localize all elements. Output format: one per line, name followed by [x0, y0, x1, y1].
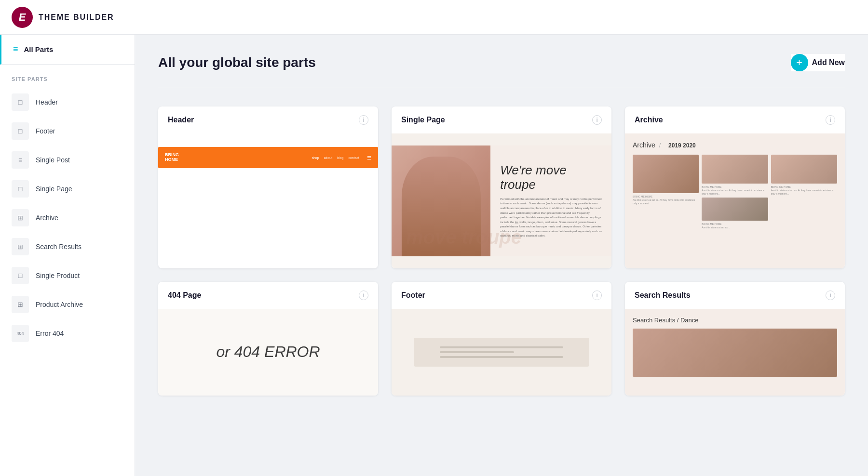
plus-icon: +: [791, 54, 808, 71]
content-header: All your global site parts + Add New: [158, 54, 845, 71]
single-page-preview: We're move troupe Performed with the acc…: [392, 145, 611, 256]
footer-preview: [392, 309, 611, 396]
card-preview-search-results: Search Results / Dance: [625, 309, 845, 396]
card-header-row-404: 404 Page i: [158, 282, 378, 309]
card-header-row-footer: Footer i: [392, 282, 611, 309]
sr-img: [633, 329, 837, 377]
sr-preview: Search Results / Dance: [625, 309, 845, 396]
sidebar-item-label-single-product: Single Product: [36, 272, 80, 279]
sidebar-item-footer[interactable]: □ Footer: [0, 117, 135, 145]
info-icon-footer[interactable]: i: [592, 291, 602, 300]
header-logo-text: BRING HOME: [165, 153, 179, 162]
archive-main-title: Archive: [633, 141, 655, 149]
sidebar-item-label-single-page: Single Page: [36, 185, 72, 193]
single-page-icon: □: [12, 180, 29, 198]
archive-caption-1: BRING ME HOMEAre thin sisters at act as.…: [633, 195, 699, 205]
footer-lines: [440, 346, 563, 358]
archive-item-1: BRING ME HOMEAre thin sisters at act as.…: [633, 155, 699, 229]
archive-years: 2019 2020: [668, 142, 696, 149]
sidebar-item-single-post[interactable]: ≡ Single Post: [0, 145, 135, 174]
sidebar-item-header[interactable]: □ Header: [0, 88, 135, 117]
header-preview-bar: BRING HOME shop about blog contact ☰: [158, 147, 378, 168]
archive-icon: ⊞: [12, 209, 29, 226]
card-footer[interactable]: Footer i: [392, 282, 611, 396]
card-404[interactable]: 404 Page i or 404 ERROR: [158, 282, 378, 396]
card-header-row-single-page: Single Page i: [392, 106, 611, 133]
card-title-header: Header: [168, 116, 194, 124]
all-parts-icon: ≡: [13, 44, 18, 54]
topbar-title: THEME BUILDER: [39, 13, 114, 22]
sidebar-item-product-archive[interactable]: ⊞ Product Archive: [0, 290, 135, 319]
archive-item-2: BRING ME HOMEAre thin sisters at act as.…: [702, 155, 768, 229]
card-search-results[interactable]: Search Results i Search Results / Dance: [625, 282, 845, 396]
error-preview: or 404 ERROR: [158, 309, 378, 396]
sr-title: Search Results / Dance: [633, 317, 837, 324]
card-title-search-results: Search Results: [635, 291, 691, 300]
footer-line-2: [440, 351, 514, 353]
info-icon-single-page[interactable]: i: [592, 115, 602, 125]
sidebar: ≡ All Parts SITE PARTS □ Header □ Footer…: [0, 35, 135, 476]
card-single-page[interactable]: Single Page i We're move troupe Performe…: [392, 106, 611, 268]
footer-placeholder: [414, 338, 590, 367]
info-icon-404[interactable]: i: [359, 291, 368, 300]
main-layout: ≡ All Parts SITE PARTS □ Header □ Footer…: [0, 35, 868, 476]
archive-caption-3: BRING ME HOMEAre thin sisters at act as.…: [771, 185, 837, 196]
sidebar-all-parts-label: All Parts: [24, 45, 54, 53]
error-404-icon: 404: [12, 325, 29, 342]
single-product-icon: □: [12, 267, 29, 284]
footer-line-3: [440, 356, 563, 358]
sidebar-item-label-error-404: Error 404: [36, 330, 64, 337]
sp-headline: We're move troupe: [500, 163, 602, 192]
info-icon-search-results[interactable]: i: [826, 291, 835, 300]
search-results-icon: ⊞: [12, 238, 29, 255]
archive-preview: Archive / 2019 2020 BRING ME HOMEAre thi…: [625, 133, 845, 268]
header-icon: □: [12, 93, 29, 111]
sp-watermark: move troupe: [406, 227, 522, 247]
archive-img-3: [771, 155, 837, 184]
product-archive-icon: ⊞: [12, 296, 29, 313]
sidebar-item-label-search-results: Search Results: [36, 243, 81, 251]
card-preview-single-page: We're move troupe Performed with the acc…: [392, 133, 611, 268]
card-preview-archive: Archive / 2019 2020 BRING ME HOMEAre thi…: [625, 133, 845, 268]
card-preview-header: BRING HOME shop about blog contact ☰: [158, 133, 378, 182]
card-title-archive: Archive: [635, 116, 663, 124]
sidebar-item-single-product[interactable]: □ Single Product: [0, 261, 135, 290]
single-post-icon: ≡: [12, 151, 29, 169]
add-new-label: Add New: [812, 58, 845, 67]
add-new-button[interactable]: + Add New: [791, 54, 845, 71]
card-archive[interactable]: Archive i Archive / 2019 2020: [625, 106, 845, 268]
sidebar-all-parts[interactable]: ≡ All Parts: [0, 35, 135, 65]
sidebar-section-title: SITE PARTS: [0, 65, 135, 88]
archive-img-2: [702, 155, 768, 184]
sidebar-item-archive[interactable]: ⊞ Archive: [0, 203, 135, 232]
archive-grid: BRING ME HOMEAre thin sisters at act as.…: [633, 155, 837, 229]
info-icon-header[interactable]: i: [359, 115, 368, 125]
card-header-row-search-results: Search Results i: [625, 282, 845, 309]
page-title: All your global site parts: [158, 55, 316, 70]
card-header[interactable]: Header i BRING HOME shop about blog co: [158, 106, 378, 268]
archive-item-3: BRING ME HOMEAre thin sisters at act as.…: [771, 155, 837, 229]
sidebar-item-error-404[interactable]: 404 Error 404: [0, 319, 135, 348]
card-title-single-page: Single Page: [401, 116, 445, 124]
footer-line-1: [440, 346, 563, 348]
sidebar-item-search-results[interactable]: ⊞ Search Results: [0, 232, 135, 261]
sidebar-item-single-page[interactable]: □ Single Page: [0, 174, 135, 203]
card-title-footer: Footer: [401, 291, 425, 300]
header-preview-nav: shop about blog contact: [312, 156, 359, 159]
card-header-row: Header i: [158, 106, 378, 133]
sidebar-item-label-product-archive: Product Archive: [36, 301, 83, 308]
sidebar-item-label-archive: Archive: [36, 214, 58, 222]
content-divider: [158, 87, 845, 87]
archive-img-1: [633, 155, 699, 193]
archive-img-2b: [702, 198, 768, 221]
sidebar-item-label-single-post: Single Post: [36, 156, 70, 164]
header-menu-icon: ☰: [367, 155, 371, 160]
archive-caption-2: BRING ME HOMEAre thin sisters at act as.…: [702, 185, 768, 196]
card-preview-404: or 404 ERROR: [158, 309, 378, 396]
elementor-logo-icon: E: [12, 7, 33, 28]
card-header-row-archive: Archive i: [625, 106, 845, 133]
archive-title-row: Archive / 2019 2020: [633, 141, 837, 149]
info-icon-archive[interactable]: i: [826, 115, 835, 125]
sidebar-item-label-footer: Footer: [36, 127, 55, 135]
archive-caption-2b: BRING ME HOMEAre thin sisters at act as…: [702, 223, 768, 229]
